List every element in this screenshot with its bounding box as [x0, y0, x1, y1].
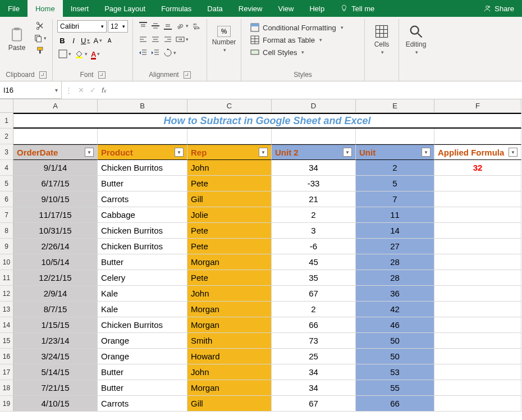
row-header[interactable]: 12 — [0, 286, 13, 302]
cell[interactable] — [434, 317, 521, 333]
cell[interactable] — [187, 129, 272, 144]
filter-button[interactable]: ▼ — [259, 148, 268, 157]
row-header[interactable]: 16 — [0, 349, 13, 364]
cell[interactable]: 36 — [356, 286, 434, 302]
cell[interactable]: Carrots — [98, 191, 187, 207]
cells-button[interactable]: Cells — [369, 20, 394, 58]
cell[interactable]: Jolie — [187, 207, 272, 223]
copy-button[interactable] — [33, 33, 48, 44]
tab-home[interactable]: Home — [28, 0, 63, 17]
cell[interactable]: 2/26/14 — [13, 239, 98, 254]
tab-review[interactable]: Review — [231, 0, 271, 17]
font-color-button[interactable]: A — [90, 48, 101, 60]
cell[interactable]: 66 — [356, 396, 434, 412]
cell[interactable] — [434, 254, 521, 270]
cell[interactable]: Smith — [187, 333, 272, 349]
filter-button[interactable]: ▼ — [175, 148, 184, 157]
cell[interactable] — [13, 129, 98, 144]
underline-button[interactable]: U — [80, 35, 91, 46]
col-header-D[interactable]: D — [272, 99, 356, 113]
cell[interactable]: John — [187, 364, 272, 380]
select-all-corner[interactable] — [0, 99, 13, 113]
row-header[interactable]: 11 — [0, 270, 13, 286]
cell[interactable]: Gill — [187, 396, 272, 412]
format-painter-button[interactable] — [33, 45, 48, 56]
cell[interactable]: -6 — [272, 239, 356, 254]
cell[interactable]: 66 — [272, 317, 356, 333]
cell[interactable]: 28 — [356, 254, 434, 270]
row-header[interactable]: 10 — [0, 254, 13, 270]
formula-input[interactable] — [109, 81, 522, 99]
cell[interactable]: -33 — [272, 176, 356, 191]
clipboard-dialog-launcher[interactable] — [39, 71, 47, 79]
cell[interactable]: 34 — [272, 364, 356, 380]
decrease-font-button[interactable]: A — [104, 35, 115, 46]
number-format-button[interactable]: % Number — [212, 20, 236, 58]
merge-center-button[interactable] — [175, 34, 190, 45]
align-left-button[interactable] — [138, 34, 149, 45]
orientation-button[interactable]: ab — [175, 20, 190, 31]
cell[interactable]: John — [187, 286, 272, 302]
cell[interactable]: 21 — [272, 191, 356, 207]
cell[interactable]: 2 — [356, 160, 434, 176]
cell[interactable]: 27 — [356, 239, 434, 254]
cell[interactable]: Pete — [187, 223, 272, 239]
row-header[interactable]: 9 — [0, 239, 13, 254]
conditional-formatting-button[interactable]: Conditional Formatting — [248, 21, 346, 34]
table-header-product[interactable]: Product▼ — [98, 144, 187, 160]
cell[interactable]: Cabbage — [98, 207, 187, 223]
cell[interactable]: 5/14/15 — [13, 364, 98, 380]
cell[interactable]: Morgan — [187, 380, 272, 396]
cell[interactable]: 7 — [356, 191, 434, 207]
cell[interactable]: 3/24/15 — [13, 349, 98, 364]
tab-insert[interactable]: Insert — [63, 0, 97, 17]
cell[interactable]: Carrots — [98, 396, 187, 412]
cell[interactable]: 9/10/15 — [13, 191, 98, 207]
col-header-E[interactable]: E — [356, 99, 434, 113]
filter-button[interactable]: ▼ — [85, 148, 94, 157]
name-box-menu-icon[interactable]: ⋮ — [65, 86, 72, 94]
cell[interactable] — [434, 396, 521, 412]
col-header-B[interactable]: B — [98, 99, 187, 113]
cell[interactable] — [434, 286, 521, 302]
row-header[interactable]: 17 — [0, 364, 13, 380]
cell[interactable]: 32 — [434, 160, 521, 176]
editing-button[interactable]: Editing — [404, 20, 428, 58]
cell[interactable]: 45 — [272, 254, 356, 270]
tab-formulas[interactable]: Formulas — [153, 0, 199, 17]
cell[interactable]: Pete — [187, 270, 272, 286]
table-header-orderdate[interactable]: OrderDate▼ — [13, 144, 98, 160]
cancel-formula-icon[interactable]: ✕ — [78, 86, 84, 94]
fill-color-button[interactable] — [74, 48, 89, 60]
table-header-applied-formula[interactable]: Applied Formula▼ — [434, 144, 521, 160]
filter-button[interactable]: ▼ — [509, 148, 518, 157]
row-header[interactable]: 6 — [0, 191, 13, 207]
row-header[interactable]: 15 — [0, 333, 13, 349]
cell[interactable]: 6/17/15 — [13, 176, 98, 191]
cell[interactable]: Pete — [187, 239, 272, 254]
cell[interactable]: 10/31/15 — [13, 223, 98, 239]
cell[interactable]: 34 — [272, 380, 356, 396]
cell[interactable]: 55 — [356, 380, 434, 396]
tab-data[interactable]: Data — [199, 0, 230, 17]
cell[interactable]: Morgan — [187, 302, 272, 317]
cell[interactable]: 73 — [272, 333, 356, 349]
cell[interactable]: 3 — [272, 223, 356, 239]
tab-page-layout[interactable]: Page Layout — [97, 0, 153, 17]
cell[interactable]: 34 — [272, 160, 356, 176]
cell[interactable]: 1/15/15 — [13, 317, 98, 333]
cell[interactable] — [356, 129, 434, 144]
cell[interactable]: 8/7/15 — [13, 302, 98, 317]
cell[interactable] — [434, 239, 521, 254]
col-header-A[interactable]: A — [13, 99, 98, 113]
align-center-button[interactable] — [150, 34, 161, 45]
cell[interactable]: Orange — [98, 349, 187, 364]
cell[interactable]: Chicken Burritos — [98, 160, 187, 176]
cell[interactable]: Butter — [98, 380, 187, 396]
orientation2-button[interactable] — [162, 47, 177, 58]
cut-button[interactable] — [33, 20, 48, 31]
cell[interactable]: 46 — [356, 317, 434, 333]
cell[interactable]: Chicken Burritos — [98, 239, 187, 254]
cell[interactable]: Butter — [98, 176, 187, 191]
increase-font-button[interactable]: A — [92, 35, 103, 46]
